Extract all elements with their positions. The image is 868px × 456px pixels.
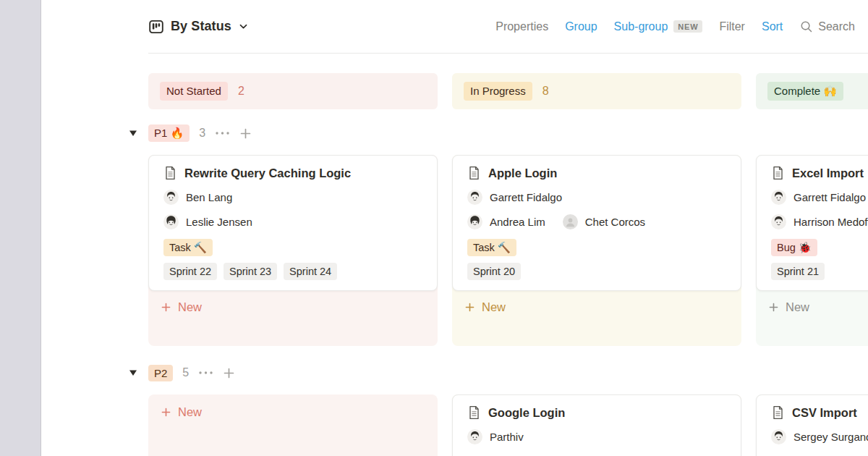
group-p1-cells: Rewrite Query Caching Logic Ben Lang Les… <box>148 155 868 346</box>
avatar-leslie-jensen <box>163 214 179 229</box>
card-csv-import[interactable]: CSV Import Sergey Surganov <box>756 394 868 456</box>
avatar-chet-corcos <box>563 214 578 229</box>
search-label: Search <box>818 20 855 33</box>
card-excel-import[interactable]: Excel Import Garrett Fidalgo Harrison Me… <box>756 155 868 291</box>
new-card-label: New <box>178 300 202 314</box>
plus-icon <box>464 302 475 313</box>
sprint-tag: Sprint 24 <box>284 263 337 280</box>
group-button[interactable]: Group <box>565 20 597 33</box>
group-add-icon[interactable] <box>223 367 235 379</box>
page-icon <box>467 166 481 180</box>
group-header-p2: P2 5 <box>129 362 868 384</box>
assignee-name: Parthiv <box>490 431 524 443</box>
column-count: 2 <box>238 85 244 98</box>
group-pill-p1[interactable]: P1 🔥 <box>148 124 190 142</box>
new-card-button[interactable]: New <box>452 291 741 324</box>
page-icon <box>771 166 785 180</box>
group-header-p1: P1 🔥 3 <box>129 122 868 144</box>
page-icon <box>163 166 177 180</box>
subgroup-button[interactable]: Sub-group <box>614 20 668 33</box>
toolbar-menu: Properties Group Sub-group NEW Filter So… <box>495 0 855 53</box>
assignee-name: Ben Lang <box>186 191 232 203</box>
group-add-icon[interactable] <box>239 127 252 140</box>
search-button[interactable]: Search <box>799 20 855 33</box>
filter-button[interactable]: Filter <box>719 20 745 33</box>
assignee-row: Ben Lang <box>163 190 424 205</box>
assignee-row: Sergey Surganov <box>771 429 868 444</box>
cell-p2-in-progress: Google Login Parthiv <box>452 394 741 456</box>
avatar-andrea-lim <box>467 214 482 229</box>
subgroup-control: Sub-group NEW <box>614 20 703 33</box>
new-card-button[interactable]: New <box>756 291 868 324</box>
card-title: Rewrite Query Caching Logic <box>184 166 351 180</box>
assignee-row: Andrea Lim Chet Corcos <box>467 214 728 229</box>
view-toolbar: By Status Properties Group Sub-group NEW… <box>42 0 868 53</box>
search-icon <box>799 20 813 33</box>
assignee-row: Harrison Medoff <box>771 214 868 229</box>
new-card-button[interactable]: New <box>148 396 438 428</box>
new-card-label: New <box>786 300 809 314</box>
plus-icon <box>768 302 779 313</box>
avatar-ben-lang <box>163 190 179 205</box>
sort-button[interactable]: Sort <box>762 20 783 33</box>
board-view-icon <box>148 19 164 35</box>
sprint-tag: Sprint 21 <box>771 263 825 280</box>
card-title: Excel Import <box>792 166 864 180</box>
card-rewrite-query-caching-logic[interactable]: Rewrite Query Caching Logic Ben Lang Les… <box>148 155 438 291</box>
type-tag: Bug 🐞 <box>771 239 817 256</box>
cell-p1-complete: Excel Import Garrett Fidalgo Harrison Me… <box>756 155 868 346</box>
new-feature-badge: NEW <box>673 20 702 33</box>
chevron-down-icon <box>238 21 249 32</box>
cell-p2-not-started: New <box>148 394 438 456</box>
assignee-row: Garrett Fidalgo <box>467 190 728 205</box>
collapse-triangle-icon[interactable] <box>129 130 137 137</box>
assignee-row: Parthiv <box>467 429 728 444</box>
column-header-in-progress: In Progress 8 <box>452 73 741 109</box>
new-card-label: New <box>482 300 506 314</box>
group-pill-p2[interactable]: P2 <box>148 365 173 381</box>
group-count: 3 <box>199 127 205 140</box>
group-options-icon[interactable] <box>215 130 230 136</box>
column-header-complete: Complete 🙌 <box>756 73 868 109</box>
assignee-row: Leslie Jensen <box>163 214 424 229</box>
properties-button[interactable]: Properties <box>495 20 548 33</box>
card-apple-login[interactable]: Apple Login Garrett Fidalgo A <box>452 155 741 291</box>
kanban-board: Not Started 2 In Progress 8 Complete 🙌 P… <box>148 54 868 456</box>
type-tag: Task 🔨 <box>467 239 516 256</box>
page-icon <box>771 405 785 420</box>
cell-p2-complete: CSV Import Sergey Surganov <box>756 394 868 456</box>
assignee-row: Garrett Fidalgo <box>771 190 868 205</box>
assignee-name: Andrea Lim <box>490 216 545 228</box>
group-options-icon[interactable] <box>198 370 213 376</box>
card-title: Google Login <box>488 406 565 420</box>
cell-p1-not-started: Rewrite Query Caching Logic Ben Lang Les… <box>148 155 438 346</box>
avatar-sergey <box>771 429 786 444</box>
card-title: Apple Login <box>488 166 557 180</box>
plus-icon <box>161 407 171 418</box>
collapse-triangle-icon[interactable] <box>129 369 137 376</box>
status-chip-in-progress[interactable]: In Progress <box>464 82 532 101</box>
avatar-harrison <box>771 214 786 229</box>
type-tag: Task 🔨 <box>163 239 213 256</box>
main-content: By Status Properties Group Sub-group NEW… <box>42 0 868 456</box>
new-card-button[interactable]: New <box>148 291 438 324</box>
card-google-login[interactable]: Google Login Parthiv <box>452 394 741 456</box>
column-headers: Not Started 2 In Progress 8 Complete 🙌 <box>148 73 868 109</box>
status-chip-complete[interactable]: Complete 🙌 <box>767 82 843 101</box>
view-title: By Status <box>171 19 231 34</box>
cell-p1-in-progress: Apple Login Garrett Fidalgo A <box>452 155 741 346</box>
column-header-not-started: Not Started 2 <box>148 73 438 109</box>
group-count: 5 <box>182 366 189 379</box>
status-chip-not-started[interactable]: Not Started <box>160 82 228 101</box>
assignee-name: Leslie Jensen <box>186 216 252 228</box>
group-p2-cells: New Google Login Part <box>148 394 868 456</box>
card-title: CSV Import <box>792 406 857 420</box>
view-switcher[interactable]: By Status <box>148 0 249 53</box>
plus-icon <box>161 302 171 313</box>
new-card-label: New <box>178 405 202 419</box>
sprint-tag: Sprint 20 <box>467 263 521 280</box>
assignee-name: Garrett Fidalgo <box>793 191 866 203</box>
assignee-name: Harrison Medoff <box>793 216 868 228</box>
sprint-tag: Sprint 23 <box>224 263 277 280</box>
app-sidebar <box>0 0 41 456</box>
